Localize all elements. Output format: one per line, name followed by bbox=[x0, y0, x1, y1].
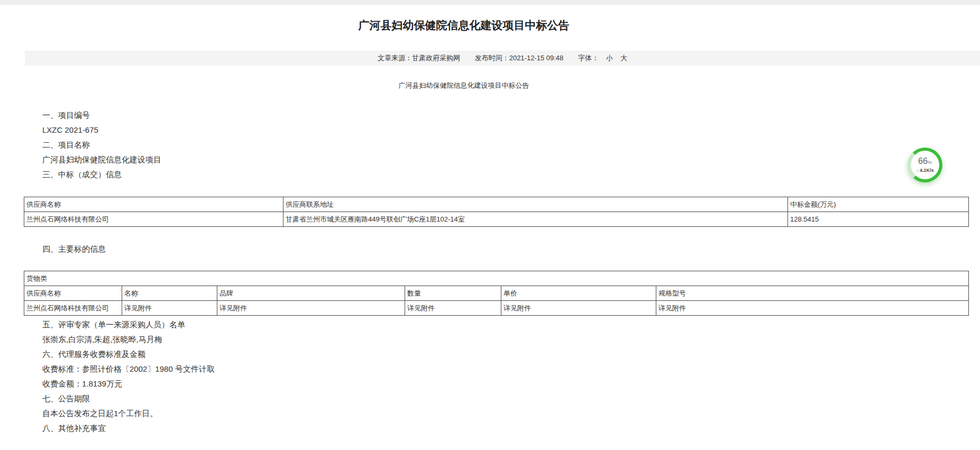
publish-time: 发布时间：2021-12-15 09:48 bbox=[475, 54, 564, 62]
page-title: 广河县妇幼保健院信息化建设项目中标公告 bbox=[25, 17, 903, 33]
cell-supplier-name: 兰州点石网络科技有限公司 bbox=[24, 301, 122, 316]
publish-time-value: 2021-12-15 09:48 bbox=[509, 54, 564, 62]
category-row: 货物类 bbox=[24, 271, 969, 286]
download-speed: ↓4.1K/s bbox=[916, 168, 933, 173]
font-size-control: 字体：小大 bbox=[578, 54, 627, 62]
cell-quantity: 详见附件 bbox=[405, 301, 501, 316]
fee-standard: 收费标准：参照计价格〔2002〕1980 号文件计取 bbox=[42, 362, 980, 376]
fee-amount: 收费金额：1.8139万元 bbox=[42, 376, 980, 391]
percent-symbol: % bbox=[928, 160, 932, 165]
article-source: 文章来源：甘肃政府采购网 bbox=[378, 54, 460, 62]
font-large-button[interactable]: 大 bbox=[620, 54, 627, 62]
table-row: 兰州点石网络科技有限公司 详见附件 详见附件 详见附件 详见附件 详见附件 bbox=[24, 301, 969, 316]
cell-unit-price: 详见附件 bbox=[501, 301, 656, 316]
expert-names: 张崇东,白宗清,朱超,张晓晔,马月梅 bbox=[42, 332, 980, 347]
header-supplier-address: 供应商联系地址 bbox=[283, 197, 788, 212]
sections-1-3: 一、项目编号 LXZC 2021-675 二、项目名称 广河县妇幼保健院信息化建… bbox=[42, 108, 980, 182]
cell-item-name: 详见附件 bbox=[122, 301, 217, 316]
download-percent: 66% bbox=[918, 157, 932, 167]
download-speed-value: 4.1K/s bbox=[920, 168, 934, 173]
table-header-row: 供应商名称 名称 品牌 数量 单价 规格型号 bbox=[24, 286, 969, 301]
project-number: LXZC 2021-675 bbox=[42, 123, 980, 137]
meta-bar: 文章来源：甘肃政府采购网 发布时间：2021-12-15 09:48 字体：小大 bbox=[25, 51, 980, 66]
section-heading-2: 二、项目名称 bbox=[42, 137, 980, 152]
cell-supplier-address: 甘肃省兰州市城关区雁南路449号联创广场C座1层102-14室 bbox=[283, 212, 788, 227]
header-supplier-name: 供应商名称 bbox=[24, 197, 283, 212]
article-source-label: 文章来源： bbox=[378, 54, 412, 62]
section-heading-3: 三、中标（成交）信息 bbox=[42, 167, 980, 182]
header-award-amount: 中标金额(万元) bbox=[788, 197, 969, 212]
font-small-button[interactable]: 小 bbox=[606, 54, 613, 62]
arrow-down-icon: ↓ bbox=[916, 168, 919, 173]
cell-spec-model: 详见附件 bbox=[656, 301, 969, 316]
table-row: 兰州点石网络科技有限公司 甘肃省兰州市城关区雁南路449号联创广场C座1层102… bbox=[24, 212, 969, 227]
award-info-table: 供应商名称 供应商联系地址 中标金额(万元) 兰州点石网络科技有限公司 甘肃省兰… bbox=[24, 197, 969, 227]
main-items-table: 货物类 供应商名称 名称 品牌 数量 单价 规格型号 兰州点石网络科技有限公司 … bbox=[24, 271, 969, 316]
article-source-value: 甘肃政府采购网 bbox=[412, 54, 460, 62]
table-header-row: 供应商名称 供应商联系地址 中标金额(万元) bbox=[24, 197, 969, 212]
header-spec-model: 规格型号 bbox=[656, 286, 969, 301]
cell-category: 货物类 bbox=[24, 271, 969, 286]
header-brand: 品牌 bbox=[217, 286, 405, 301]
cell-supplier-name: 兰州点石网络科技有限公司 bbox=[24, 212, 283, 227]
header-supplier-name: 供应商名称 bbox=[24, 286, 122, 301]
header-quantity: 数量 bbox=[405, 286, 501, 301]
announcement-period: 自本公告发布之日起1个工作日。 bbox=[42, 406, 980, 421]
header-item-name: 名称 bbox=[122, 286, 217, 301]
section-4: 四、主要标的信息 bbox=[42, 242, 980, 256]
project-name: 广河县妇幼保健院信息化建设项目 bbox=[42, 152, 980, 167]
download-percent-value: 66 bbox=[918, 157, 928, 166]
section-heading-5: 五、评审专家（单一来源采购人员）名单 bbox=[42, 317, 980, 332]
font-size-label: 字体： bbox=[578, 54, 599, 62]
download-progress-inner: 66% ↓4.1K/s bbox=[911, 151, 939, 179]
header-unit-price: 单价 bbox=[501, 286, 656, 301]
article-subtitle: 广河县妇幼保健院信息化建设项目中标公告 bbox=[25, 80, 903, 91]
section-heading-8: 八、其他补充事宜 bbox=[42, 421, 980, 436]
section-heading-6: 六、代理服务收费标准及金额 bbox=[42, 347, 980, 362]
cell-brand: 详见附件 bbox=[217, 301, 405, 316]
section-heading-7: 七、公告期限 bbox=[42, 391, 980, 406]
top-strip bbox=[0, 0, 980, 5]
publish-time-label: 发布时间： bbox=[475, 54, 509, 62]
section-heading-4: 四、主要标的信息 bbox=[42, 242, 980, 256]
section-heading-1: 一、项目编号 bbox=[42, 108, 980, 123]
sections-5-8: 五、评审专家（单一来源采购人员）名单 张崇东,白宗清,朱超,张晓晔,马月梅 六、… bbox=[42, 317, 980, 436]
download-progress-widget[interactable]: 66% ↓4.1K/s bbox=[908, 148, 942, 182]
cell-award-amount: 128.5415 bbox=[788, 212, 969, 227]
